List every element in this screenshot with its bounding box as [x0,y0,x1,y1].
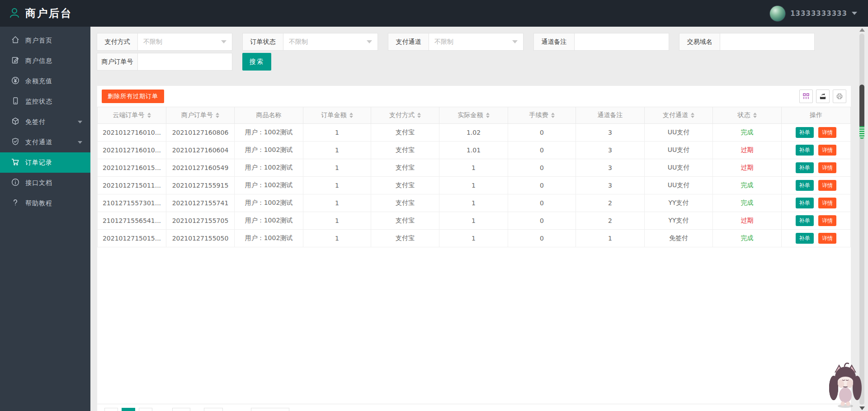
cell-actions: 补单 详情 [782,212,851,230]
sort-icon[interactable] [486,113,490,118]
sidebar-item-balance-recharge[interactable]: 余额充值 [0,71,90,91]
export-icon[interactable] [816,90,830,103]
merchant-order-no-input[interactable] [143,53,226,70]
table-toolbar: 删除所有过期订单 [97,86,851,107]
cell-actual-amount: 1.02 [439,124,508,142]
supplement-order-button[interactable]: 补单 [796,162,814,173]
channel-remark-input[interactable] [580,33,663,50]
cell-payment-channel: UU支付 [645,142,713,159]
status-badge: 过期 [713,212,782,230]
col-merchant-order-no[interactable]: 商户订单号 [166,107,235,124]
app-logo: 商户后台 [0,6,72,20]
cell-merchant-order-no: 20210127160806 [166,124,235,142]
prev-page-button[interactable]: ‹ [104,408,118,411]
order-status-select[interactable]: 不限制 [283,33,377,50]
cell-product-name: 用户：1002测试 [235,194,303,212]
payment-channel-select[interactable]: 不限制 [429,33,523,50]
search-button[interactable]: 搜索 [242,53,271,71]
page-number-current[interactable]: 1 [122,408,135,411]
table-row: 2021012716015... 20210127160549 用户：1002测… [98,159,851,177]
chibi-mascot-image[interactable] [827,359,863,410]
scroll-up-arrow-icon[interactable] [859,28,865,32]
col-order-amount[interactable]: 订单金额 [303,107,371,124]
sort-icon[interactable] [691,113,694,118]
col-payment-channel[interactable]: 支付通道 [645,107,713,124]
cell-actual-amount: 1.01 [439,142,508,159]
cell-fee: 0 [508,142,576,159]
cell-product-name: 用户：1002测试 [235,159,303,177]
sort-icon[interactable] [216,113,219,118]
next-page-button[interactable]: › [139,408,152,411]
detail-button[interactable]: 详情 [818,180,836,191]
cell-channel-remark: 2 [576,194,645,212]
sidebar-item-order-records[interactable]: 订单记录 [0,152,90,173]
question-icon [11,198,20,208]
cell-order-amount: 1 [303,124,371,142]
col-cloud-order-no[interactable]: 云端订单号 [98,107,166,124]
sidebar-item-payment-channel[interactable]: 支付通道 [0,132,90,152]
sort-icon[interactable] [551,113,555,118]
sort-icon[interactable] [349,113,353,118]
sidebar-item-help-tutorial[interactable]: 帮助教程 [0,193,90,213]
status-badge: 过期 [713,142,782,159]
col-actual-amount[interactable]: 实际金额 [439,107,508,124]
col-fee[interactable]: 手续费 [508,107,576,124]
sort-icon[interactable] [753,113,757,118]
cell-fee: 0 [508,124,576,142]
sidebar-item-merchant-home[interactable]: 商户首页 [0,30,90,51]
payment-method-select[interactable]: 不限制 [138,33,232,50]
supplement-order-button[interactable]: 补单 [796,180,814,191]
cell-payment-method: 支付宝 [371,159,439,177]
sidebar-item-api-docs[interactable]: 接口文档 [0,173,90,193]
sidebar-item-no-sign-pay[interactable]: 免签付 [0,112,90,132]
cell-cloud-order-no: 2021012716015... [98,159,166,177]
jump-page-input[interactable] [172,408,190,411]
sort-icon[interactable] [417,113,421,118]
sidebar-item-monitor-status[interactable]: 监控状态 [0,91,90,112]
total-count-label: 共 7 条 [226,408,247,411]
table-row: 2021012715011... 20210127155915 用户：1002测… [98,177,851,194]
detail-button[interactable]: 详情 [818,162,836,173]
sidebar-item-label: 商户首页 [25,37,52,45]
detail-button[interactable]: 详情 [818,198,836,208]
cell-actions: 补单 详情 [782,142,851,159]
cell-cloud-order-no: 2021012716010... [98,124,166,142]
cell-actual-amount: 1 [439,194,508,212]
detail-button[interactable]: 详情 [818,127,836,138]
detail-button[interactable]: 详情 [818,215,836,226]
cell-fee: 0 [508,159,576,177]
sort-icon[interactable] [147,113,151,118]
cell-merchant-order-no: 20210127155050 [166,230,235,247]
cell-payment-method: 支付宝 [371,212,439,230]
cart-icon [11,157,20,168]
supplement-order-button[interactable]: 补单 [796,198,814,208]
supplement-order-button[interactable]: 补单 [796,215,814,226]
scrollbar-thumb[interactable] [859,85,864,126]
table-row: 2101271557301... 20210127155741 用户：1002测… [98,194,851,212]
print-icon[interactable] [833,90,846,103]
cube-icon [11,117,20,127]
cell-product-name: 用户：1002测试 [235,177,303,194]
sidebar-item-label: 余额充值 [25,77,52,85]
col-payment-method[interactable]: 支付方式 [371,107,439,124]
jump-confirm-button[interactable]: 确定 [204,408,223,411]
user-menu[interactable]: 13333333333 [769,0,857,27]
supplement-order-button[interactable]: 补单 [796,233,814,244]
per-page-select[interactable]: 10 条/页 [251,408,289,411]
sidebar-item-label: 接口文档 [25,179,52,187]
col-status[interactable]: 状态 [713,107,782,124]
cell-actions: 补单 详情 [782,194,851,212]
user-phone[interactable]: 13333333333 [790,9,847,18]
supplement-order-button[interactable]: 补单 [796,127,814,138]
trade-domain-input[interactable] [726,33,809,50]
supplement-order-button[interactable]: 补单 [796,145,814,156]
detail-button[interactable]: 详情 [818,145,836,156]
user-avatar[interactable] [769,5,786,22]
filter-label: 商户订单号 [97,53,138,70]
detail-button[interactable]: 详情 [818,233,836,244]
sidebar-item-merchant-info[interactable]: 商户信息 [0,51,90,71]
columns-icon[interactable] [799,90,813,103]
select-value: 不限制 [289,38,308,46]
delete-expired-orders-button[interactable]: 删除所有过期订单 [102,90,164,103]
cell-payment-channel: UU支付 [645,159,713,177]
